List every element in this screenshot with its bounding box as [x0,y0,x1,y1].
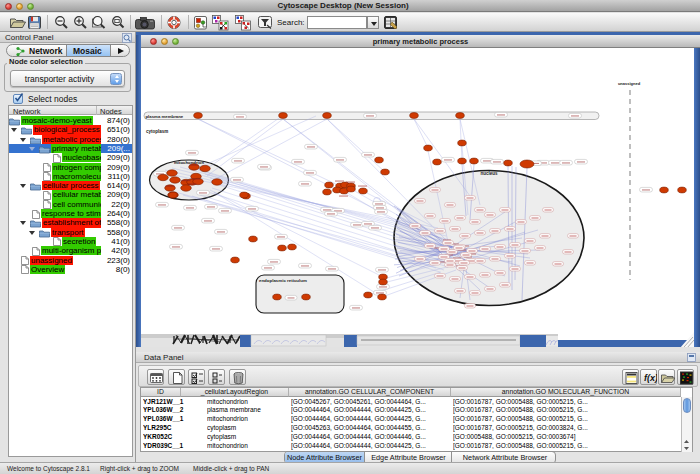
svg-text:f(x): f(x) [644,373,657,383]
svg-text:endoplasmic reticulum: endoplasmic reticulum [259,278,307,283]
svg-text:plasma membrane: plasma membrane [146,114,184,119]
svg-text:unassigned: unassigned [618,81,641,86]
svg-text:mitochondrion: mitochondrion [174,160,204,165]
svg-text:nucleus: nucleus [480,171,498,176]
svg-text:cytoplasm: cytoplasm [146,129,168,134]
